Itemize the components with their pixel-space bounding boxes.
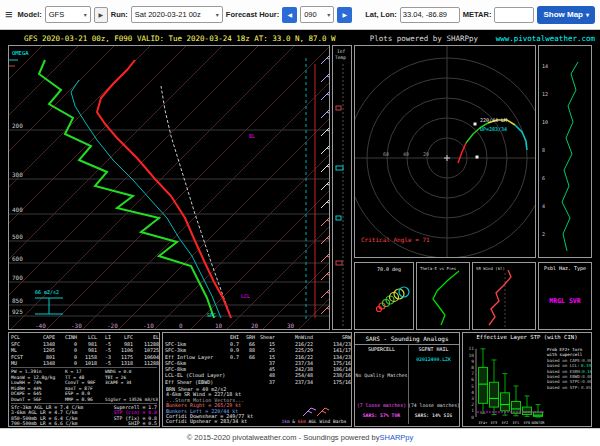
stp-ytick: 9 (471, 359, 474, 364)
metar-input[interactable] (494, 7, 534, 23)
stp-ytick: 11 (469, 346, 475, 351)
mini-wind-barbs (299, 405, 329, 418)
parcel-table-cell: 1018 (77, 360, 97, 366)
forecast-hour-select[interactable]: 090 ▾ (300, 6, 334, 23)
thermo-index: SigSvr = 13526 m3/s3 (105, 397, 159, 403)
sounding-canvas: GFS 2020-03-21 00z, F090 VALID: Tue 2020… (0, 30, 600, 428)
stp-panel: Effective Layer STP (with CIN) 012345678… (462, 332, 592, 427)
prob-lines: based on CAPE:0.00based on LCL:0.19based… (547, 358, 591, 390)
latlon-input[interactable] (400, 7, 460, 23)
wind-barb (321, 181, 330, 190)
sharppy-link[interactable]: SHARPpy (379, 433, 413, 442)
parcel-table-header-cell: CINH (55, 334, 77, 340)
thermo-index: DownT = 56F (11, 397, 63, 403)
metar-label: METAR: (463, 10, 492, 19)
plot-title: GFS 2020-03-21 00z, F090 VALID: Tue 2020… (24, 34, 336, 43)
wind-barb (321, 271, 330, 280)
stp-category-label: EF3 (491, 421, 498, 425)
kinematics-cell (239, 379, 255, 385)
sars-hail-loose: (74 loose matches) (408, 403, 459, 409)
wind-barb (321, 109, 330, 118)
storm-slinky-panel: 70.0 deg (354, 262, 414, 330)
wind-barb (321, 199, 330, 208)
sars-supercell-header: SUPERCELL (355, 346, 408, 352)
parcel-table-header-cell: PCL (11, 334, 31, 340)
kinematics-panel: EHISRHShearMnWindSRW SFC-1km0.76615216/2… (162, 332, 352, 427)
height-tick-label: 14 (542, 63, 548, 69)
temp-tick-label: -10 (143, 322, 154, 329)
stp-ytick: 4 (471, 390, 474, 395)
lapse-rate: 700-500mb LR = 6.6 C/km (11, 421, 77, 426)
stp-ytick: 6 (471, 377, 474, 382)
play-button[interactable]: ▶ (94, 7, 108, 23)
toolbar: ≡ Model: GFS ▾ ▶ Run: Sat 2020-03-21 00z… (0, 0, 600, 30)
bunkers-left-marker (474, 123, 477, 126)
kinematics-header-cell (165, 334, 225, 340)
sr-wind-panel: SR Wind (kt) (472, 262, 536, 330)
height-tick-label: 4 (542, 203, 545, 209)
parcel-trace (161, 86, 231, 318)
chevron-down-icon: ▾ (327, 11, 330, 18)
parcel-table-cell: -5 (97, 360, 111, 366)
kinematics-cell: 37 (255, 379, 275, 385)
show-map-button[interactable]: Show Map ▾ (537, 6, 595, 24)
stp-ytick: 8 (471, 365, 474, 370)
height-tick-label: 8 (542, 147, 545, 153)
kinematics-extras: BRN Shear = 40 m2/s2 4-6km SR Wind = 227… (166, 387, 253, 425)
parcel-table: SFC13480981-598111288ML12050981-51106107… (11, 341, 159, 367)
pressure-label: 300 (12, 171, 23, 178)
thermo-index: MMP = 0.96 (65, 397, 105, 403)
pressure-label: 700 (12, 274, 23, 281)
adv-title-line1: Inf (337, 49, 345, 54)
wind-barb-column (321, 55, 330, 314)
pressure-label: 500 (12, 233, 23, 240)
wind-barb (321, 289, 330, 298)
thermo-panel: PCLCAPECINHLCLLILFCEL SFC13480981-598111… (8, 332, 160, 427)
agl-wind-barbs-note: 1km & 6km AGL Wind Barbs (280, 405, 348, 424)
run-label: Run: (111, 10, 128, 19)
tornado-prob-block: Prob EF2+ torn with supercell based on C… (547, 347, 591, 390)
parcel-table-cell: 1348 (31, 360, 55, 366)
slinky-dots (377, 287, 410, 312)
kinematics-cell: 175/16 (313, 379, 351, 385)
kinematics-cell: 237/34 (275, 379, 313, 385)
forecast-hour-next-button[interactable]: ▶ (337, 7, 352, 23)
height-tick-label: 10 (542, 119, 548, 125)
wind-barb (321, 145, 330, 154)
height-tick-label: 2 (542, 231, 545, 237)
sars-hail-match[interactable]: 02012400.LZK (408, 357, 459, 363)
site-link[interactable]: www.pivotalweather.com (496, 34, 595, 43)
temp-tick-label: -40 (35, 322, 46, 329)
stp-ytick: 10 (469, 353, 475, 358)
parcel-table-header-cell: LCL (77, 334, 97, 340)
theta-e-panel: Theta-E vs Pres (416, 262, 470, 330)
stp-ytick: 1 (471, 408, 474, 413)
model-select[interactable]: GFS ▾ (45, 6, 91, 23)
composite-index: SHIP = 0.5 (128, 421, 157, 426)
forecast-hour-label: Forecast Hour: (226, 10, 279, 19)
run-select[interactable]: Sat 2020-03-21 00z ▾ (131, 6, 223, 23)
show-map-label: Show Map (543, 10, 583, 19)
kinematics-cell: Eff Shear (EBWD) (165, 379, 225, 385)
parcel-table-cell: 1318 (111, 360, 133, 366)
sars-supercell-loose: (7 loose matches) (355, 403, 408, 409)
wind-barb (321, 253, 330, 262)
sars-hail-percent: SARS: 14% SIG (408, 413, 459, 419)
chevron-down-icon: ▾ (84, 11, 87, 18)
barb-note-6km: 6km (298, 419, 306, 424)
hazard-title: Psbl Haz. Type (539, 265, 591, 271)
parcel-table-cell: 11288 (133, 360, 159, 366)
stp-category-label: EF1 (513, 421, 520, 425)
menu-icon[interactable]: ≡ (5, 7, 13, 22)
parcel-table-header: PCLCAPECINHLCLLILFCEL (11, 334, 159, 340)
parcel-table-header-cell: LFC (111, 334, 133, 340)
stp-ytick: 0 (471, 415, 474, 420)
height-tick-label: 6 (542, 175, 545, 181)
forecast-hour-prev-button[interactable]: ◀ (282, 7, 297, 23)
sr-wind-title: SR Wind (kt) (476, 266, 505, 271)
warm-advection-bar (336, 261, 342, 265)
kinematics-table: SFC-1km0.76615216/22134/23SFC-3km0.98825… (165, 341, 351, 385)
possible-hazard-panel: Psbl Haz. Type MRGL SVR (538, 262, 592, 330)
sr-wind-curve (489, 270, 511, 325)
divider (11, 403, 157, 404)
